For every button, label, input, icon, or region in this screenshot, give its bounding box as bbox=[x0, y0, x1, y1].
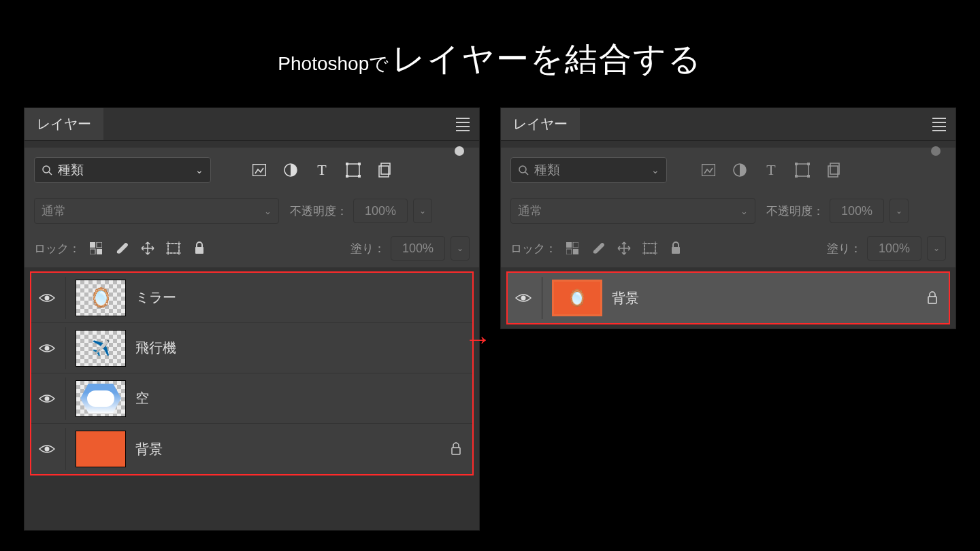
filter-smartobject-icon[interactable] bbox=[377, 163, 392, 178]
opacity-label: 不透明度： bbox=[290, 203, 348, 219]
layer-row[interactable]: 空 bbox=[31, 373, 472, 424]
opacity-value[interactable]: 100% bbox=[353, 199, 408, 223]
filter-toggle[interactable] bbox=[455, 146, 464, 156]
chevron-down-icon: ⌄ bbox=[740, 206, 748, 216]
fill-label: 塗り： bbox=[827, 241, 862, 256]
filter-shape-icon[interactable] bbox=[795, 163, 810, 178]
fill-chevron[interactable]: ⌄ bbox=[927, 236, 946, 261]
arrow-right-icon: → bbox=[464, 324, 491, 354]
panel-menu-icon[interactable] bbox=[456, 118, 470, 131]
layer-row[interactable]: 背景 bbox=[31, 424, 472, 474]
layer-thumbnail[interactable] bbox=[76, 431, 126, 467]
filter-type-select[interactable]: 種類 ⌄ bbox=[34, 157, 211, 183]
filter-row: 種類 ⌄ T bbox=[24, 148, 479, 193]
chevron-down-icon: ⌄ bbox=[264, 206, 272, 216]
filter-label: 種類 bbox=[534, 161, 560, 179]
opacity-label: 不透明度： bbox=[766, 203, 824, 219]
layer-row[interactable]: 🪞 ミラー bbox=[31, 273, 472, 323]
svg-rect-11 bbox=[90, 242, 95, 248]
opacity-chevron[interactable]: ⌄ bbox=[413, 199, 432, 223]
svg-line-27 bbox=[525, 172, 528, 175]
visibility-icon[interactable] bbox=[38, 393, 56, 405]
filter-adjustment-icon[interactable] bbox=[283, 163, 298, 178]
svg-rect-25 bbox=[452, 448, 460, 454]
svg-line-1 bbox=[49, 172, 52, 175]
blend-row: 通常 ⌄ 不透明度： 100% ⌄ bbox=[24, 193, 479, 229]
lock-position-icon[interactable] bbox=[140, 241, 155, 256]
title-main: レイヤーを結合する bbox=[392, 41, 702, 77]
filter-pixel-icon[interactable] bbox=[252, 163, 267, 178]
fill-value[interactable]: 100% bbox=[867, 236, 921, 261]
filter-pixel-icon[interactable] bbox=[701, 163, 716, 178]
visibility-icon[interactable] bbox=[38, 443, 56, 455]
lock-icon bbox=[451, 442, 461, 456]
lock-icon bbox=[927, 291, 938, 305]
visibility-icon[interactable] bbox=[514, 292, 532, 304]
tab-label: レイヤー bbox=[37, 115, 91, 133]
filter-shape-icon[interactable] bbox=[346, 163, 361, 178]
opacity-value[interactable]: 100% bbox=[830, 199, 884, 223]
fill-chevron[interactable]: ⌄ bbox=[451, 236, 470, 261]
svg-rect-32 bbox=[807, 163, 810, 165]
filter-smartobject-icon[interactable] bbox=[826, 163, 841, 178]
layer-name[interactable]: ミラー bbox=[135, 288, 466, 307]
lock-all-icon[interactable] bbox=[668, 241, 683, 256]
lock-label: ロック： bbox=[510, 241, 557, 256]
svg-rect-33 bbox=[795, 175, 798, 178]
blend-mode-select[interactable]: 通常 ⌄ bbox=[34, 198, 279, 224]
tab-layers[interactable]: レイヤー bbox=[24, 108, 103, 140]
svg-rect-13 bbox=[90, 249, 95, 254]
svg-point-21 bbox=[45, 295, 50, 300]
lock-row: ロック： 塗り： 100% ⌄ bbox=[24, 229, 479, 267]
blend-mode-select[interactable]: 通常 ⌄ bbox=[510, 198, 755, 224]
lock-brush-icon[interactable] bbox=[591, 241, 606, 256]
layer-thumbnail[interactable] bbox=[76, 380, 126, 417]
lock-pixels-icon[interactable] bbox=[565, 241, 580, 256]
filter-type-select[interactable]: 種類 ⌄ bbox=[510, 157, 667, 183]
lock-artboard-icon[interactable] bbox=[166, 241, 181, 256]
layers-panel-after: レイヤー 種類 ⌄ T 通常 ⌄ 不透明度： 100% ⌄ bbox=[500, 107, 956, 329]
layer-thumbnail[interactable]: ✈️ bbox=[76, 330, 126, 367]
svg-rect-37 bbox=[566, 242, 572, 248]
filter-type-icon[interactable]: T bbox=[764, 163, 779, 178]
layers-panel-before: レイヤー 種類 ⌄ T 通常 ⌄ 不透明度： 100% ⌄ bbox=[24, 107, 480, 531]
filter-toggle[interactable] bbox=[931, 146, 941, 156]
lock-pixels-icon[interactable] bbox=[88, 241, 103, 256]
tab-layers[interactable]: レイヤー bbox=[501, 108, 580, 140]
panel-menu-icon[interactable] bbox=[932, 118, 946, 131]
lock-position-icon[interactable] bbox=[617, 241, 632, 256]
svg-rect-38 bbox=[573, 242, 578, 248]
layer-row[interactable]: 🪞 背景 bbox=[508, 273, 949, 323]
svg-rect-6 bbox=[358, 163, 361, 165]
visibility-icon[interactable] bbox=[38, 292, 56, 304]
svg-point-26 bbox=[519, 166, 526, 173]
opacity-chevron[interactable]: ⌄ bbox=[889, 199, 909, 223]
page-title: Photoshopで レイヤーを結合する bbox=[0, 37, 980, 81]
filter-type-icon[interactable]: T bbox=[314, 163, 329, 178]
visibility-icon[interactable] bbox=[38, 342, 56, 354]
fill-value[interactable]: 100% bbox=[391, 236, 445, 261]
svg-rect-39 bbox=[566, 249, 572, 254]
layer-name[interactable]: 背景 bbox=[612, 289, 917, 307]
svg-rect-5 bbox=[346, 163, 348, 165]
layer-thumbnail[interactable]: 🪞 bbox=[76, 280, 126, 316]
filter-adjustment-icon[interactable] bbox=[732, 163, 747, 178]
lock-brush-icon[interactable] bbox=[114, 241, 129, 256]
layer-row[interactable]: ✈️ 飛行機 bbox=[31, 323, 472, 373]
svg-rect-40 bbox=[573, 249, 578, 254]
svg-rect-48 bbox=[928, 297, 936, 303]
lock-all-icon[interactable] bbox=[192, 241, 207, 256]
panel-header: レイヤー bbox=[24, 108, 479, 141]
svg-rect-7 bbox=[346, 175, 348, 178]
fill-label: 塗り： bbox=[350, 241, 385, 256]
layer-thumbnail[interactable]: 🪞 bbox=[552, 280, 602, 316]
blend-row: 通常 ⌄ 不透明度： 100% ⌄ bbox=[501, 193, 956, 229]
svg-point-24 bbox=[45, 447, 50, 452]
layer-name[interactable]: 空 bbox=[135, 389, 466, 407]
layer-name[interactable]: 背景 bbox=[135, 440, 441, 458]
lock-artboard-icon[interactable] bbox=[642, 241, 657, 256]
layer-name[interactable]: 飛行機 bbox=[135, 339, 466, 357]
svg-rect-41 bbox=[644, 244, 655, 253]
title-prefix: Photoshopで bbox=[278, 53, 389, 74]
svg-rect-20 bbox=[195, 247, 203, 254]
